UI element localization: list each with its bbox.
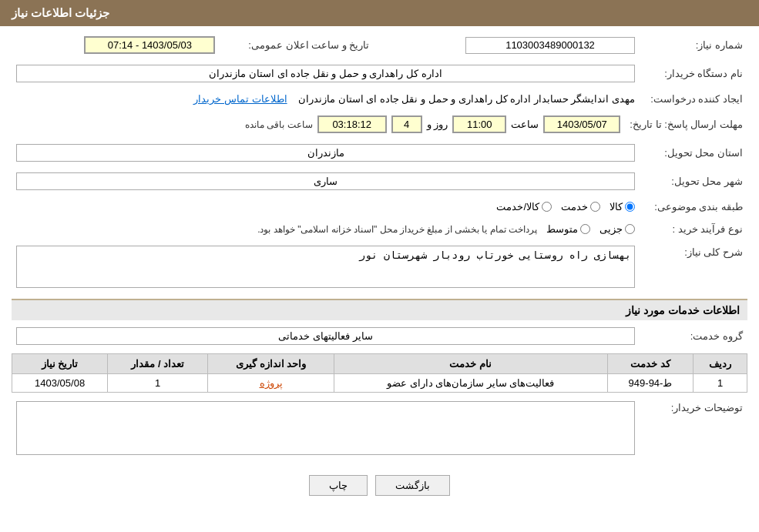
page-header: جزئیات اطلاعات نیاز — [0, 0, 759, 26]
شهر-label: شهر محل تحویل: — [640, 170, 747, 192]
شماره-نیاز-value: 1103003489000132 — [465, 37, 635, 54]
مهلت-باقی: 03:18:12 — [317, 115, 387, 133]
ایجاد-کننده-value: مهدی اندایشگر حسابدار اداره کل راهداری و… — [298, 93, 635, 105]
radio-کالا[interactable]: کالا — [610, 201, 635, 212]
services-table: ردیف کد خدمت نام خدمت واحد اندازه گیری ت… — [12, 353, 747, 393]
radio-جزیی[interactable]: جزیی — [599, 223, 635, 235]
استان-value: مازندران — [16, 144, 635, 162]
cell-کد-خدمت: ط-94-949 — [607, 374, 694, 393]
button-bar: بازگشت چاپ — [12, 466, 747, 508]
شهر-value: ساری — [16, 172, 635, 190]
col-تعداد: تعداد / مقدار — [108, 354, 208, 374]
radio-متوسط-label: متوسط — [546, 223, 578, 235]
radio-جزیی-input[interactable] — [625, 224, 635, 234]
شرح-نیاز-textarea[interactable]: بهسازی راه روستایی خورتاب رودبار شهرستان… — [16, 246, 635, 288]
چاپ-button[interactable]: چاپ — [309, 475, 368, 496]
روز-label: روز و — [427, 119, 448, 130]
گروه-خدمت-label: گروه خدمت: — [640, 325, 747, 347]
col-کد-خدمت: کد خدمت — [607, 354, 694, 374]
radio-خدمت-input[interactable] — [590, 202, 600, 212]
radio-کالا-label: کالا — [610, 201, 623, 212]
اطلاعات-تماس-link[interactable]: اطلاعات تماس خریدار — [193, 93, 287, 105]
مهلت-date: 1403/05/07 — [543, 115, 620, 133]
مهلت-label: مهلت ارسال پاسخ: تا تاریخ: — [625, 113, 747, 136]
cell-نام-خدمت: فعالیت‌های سایر سازمان‌های دارای عضو — [334, 374, 607, 393]
نوع-فرآیند-text: پرداخت تمام یا بخشی از مبلغ خریداز محل "… — [257, 224, 537, 235]
طبقه-radio-group: کالا خدمت کالا/خدمت — [16, 201, 635, 212]
radio-کالا-خدمت-label: کالا/خدمت — [496, 201, 539, 212]
col-واحد: واحد اندازه گیری — [208, 354, 334, 374]
توضیحات-textarea[interactable] — [16, 401, 635, 455]
radio-کالا-خدمت[interactable]: کالا/خدمت — [496, 201, 552, 212]
radio-خدمت[interactable]: خدمت — [561, 201, 600, 212]
مهلت-ساعت: 11:00 — [452, 115, 506, 133]
cell-ردیف: 1 — [694, 374, 747, 393]
نام-دستگاه-label: نام دستگاه خریدار: — [640, 62, 747, 85]
شرح-نیاز-label: شرح کلی نیاز: — [640, 243, 747, 293]
توضیحات-label: توضیحات خریدار: — [640, 399, 747, 460]
radio-کالا-خدمت-input[interactable] — [542, 202, 552, 212]
cell-تعداد: 1 — [108, 374, 208, 393]
تاریخ-label: تاریخ و ساعت اعلان عمومی: — [220, 34, 374, 56]
طبقه-label: طبقه بندی موضوعی: — [640, 199, 747, 215]
table-row: 1 ط-94-949 فعالیت‌های سایر سازمان‌های دا… — [12, 374, 747, 393]
واحد-link[interactable]: پروژه — [260, 377, 283, 389]
نام-دستگاه-value: اداره کل راهداری و حمل و نقل جاده ای است… — [16, 65, 635, 82]
نوع-فرآیند-group: جزیی متوسط پرداخت تمام یا بخشی از مبلغ خ… — [16, 223, 635, 235]
col-تاریخ: تاریخ نیاز — [12, 354, 108, 374]
col-ردیف: ردیف — [694, 354, 747, 374]
شماره-نیاز-label: شماره نیاز: — [640, 34, 747, 56]
ایجاد-کننده-label: ایجاد کننده درخواست: — [640, 91, 747, 107]
page-title: جزئیات اطلاعات نیاز — [12, 6, 109, 19]
تاریخ-value: 1403/05/03 - 07:14 — [84, 36, 215, 54]
radio-خدمت-label: خدمت — [561, 201, 588, 212]
ساعت-label: ساعت — [511, 119, 539, 130]
radio-متوسط-input[interactable] — [580, 224, 590, 234]
radio-متوسط[interactable]: متوسط — [546, 223, 590, 235]
مهلت-روز: 4 — [391, 115, 422, 133]
باقی-مانده-label: ساعت باقی مانده — [245, 119, 313, 130]
radio-جزیی-label: جزیی — [599, 223, 623, 235]
خدمات-section-title: اطلاعات خدمات مورد نیاز — [12, 299, 747, 320]
بازگشت-button[interactable]: بازگشت — [375, 475, 450, 496]
col-نام-خدمت: نام خدمت — [334, 354, 607, 374]
استان-label: استان محل تحویل: — [640, 142, 747, 164]
گروه-خدمت-value: سایر فعالیتهای خدماتی — [16, 327, 635, 345]
نوع-فرآیند-label: نوع فرآیند خرید : — [640, 221, 747, 237]
cell-تاریخ: 1403/05/08 — [12, 374, 108, 393]
radio-کالا-input[interactable] — [625, 202, 635, 212]
cell-واحد: پروژه — [208, 374, 334, 393]
